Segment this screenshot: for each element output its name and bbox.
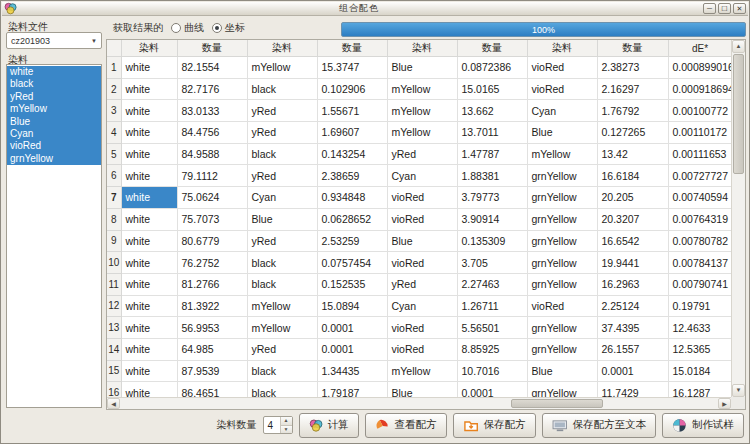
table-cell[interactable]: 0.102906 — [317, 78, 387, 100]
table-cell[interactable]: 86.4651 — [177, 382, 247, 397]
radio-coordinate[interactable] — [212, 23, 222, 33]
scroll-down-icon[interactable]: ▼ — [732, 384, 745, 397]
table-cell[interactable]: 56.9953 — [177, 317, 247, 339]
list-item-dye[interactable]: grnYellow — [7, 153, 101, 165]
table-cell[interactable]: Cyan — [247, 187, 317, 209]
table-cell[interactable]: 80.6779 — [177, 230, 247, 252]
table-cell[interactable]: white — [121, 187, 177, 209]
table-cell[interactable]: mYellow — [247, 57, 317, 79]
column-header[interactable]: 数量 — [457, 40, 527, 57]
table-cell[interactable]: 0.00764319 — [668, 208, 731, 230]
list-item-dye[interactable]: Cyan — [7, 128, 101, 140]
title-bar[interactable]: 组合配色 ─ ☐ ✕ — [2, 2, 748, 16]
column-header[interactable]: 染料 — [247, 40, 317, 57]
horizontal-scroll-thumb[interactable] — [511, 399, 603, 408]
table-cell[interactable]: 1.76792 — [597, 100, 668, 122]
table-cell[interactable]: 87.9539 — [177, 360, 247, 382]
table-cell[interactable]: 1.88381 — [457, 165, 527, 187]
save-recipe-to-text-button[interactable]: 保存配方至文本 — [542, 413, 657, 438]
table-cell[interactable]: black — [247, 143, 317, 165]
table-cell[interactable]: 1.55671 — [317, 100, 387, 122]
table-cell[interactable]: 83.0133 — [177, 100, 247, 122]
table-cell[interactable]: 3.90914 — [457, 208, 527, 230]
table-cell[interactable]: grnYellow — [527, 187, 597, 209]
table-cell[interactable]: 0.00111653 — [668, 143, 731, 165]
scroll-left-icon[interactable]: ◀ — [107, 398, 120, 409]
table-cell[interactable]: 16.6542 — [597, 230, 668, 252]
table-cell[interactable]: grnYellow — [527, 208, 597, 230]
row-number-cell[interactable]: 15 — [107, 360, 121, 382]
table-cell[interactable]: 3.705 — [457, 252, 527, 274]
column-header[interactable]: 染料 — [527, 40, 597, 57]
table-cell[interactable]: white — [121, 230, 177, 252]
table-cell[interactable]: 0.143254 — [317, 143, 387, 165]
maximize-button[interactable]: ☐ — [718, 3, 731, 14]
table-cell[interactable]: white — [121, 100, 177, 122]
table-cell[interactable]: 1.26711 — [457, 295, 527, 317]
table-cell[interactable]: 16.6184 — [597, 165, 668, 187]
table-cell[interactable]: 12.5365 — [668, 338, 731, 360]
row-number-cell[interactable]: 12 — [107, 295, 121, 317]
table-cell[interactable]: 2.25124 — [597, 295, 668, 317]
table-cell[interactable]: mYellow — [527, 143, 597, 165]
spinner-down-icon[interactable]: ▼ — [281, 426, 292, 434]
table-cell[interactable]: 26.1557 — [597, 338, 668, 360]
radio-coordinate-label[interactable]: 坐标 — [225, 21, 245, 35]
table-cell[interactable]: vioRed — [387, 252, 457, 274]
table-cell[interactable]: 11.7429 — [597, 382, 668, 397]
table-cell[interactable]: 81.2766 — [177, 273, 247, 295]
table-cell[interactable]: yRed — [247, 338, 317, 360]
table-cell[interactable]: 0.000918694 — [668, 78, 731, 100]
spinner-up-icon[interactable]: ▲ — [281, 417, 292, 426]
table-cell[interactable]: 5.56501 — [457, 317, 527, 339]
column-header[interactable]: 数量 — [177, 40, 247, 57]
table-cell[interactable]: 64.985 — [177, 338, 247, 360]
table-cell[interactable]: Blue — [387, 230, 457, 252]
table-cell[interactable]: 0.00784137 — [668, 252, 731, 274]
row-number-cell[interactable]: 1 — [107, 57, 121, 79]
table-cell[interactable]: vioRed — [527, 57, 597, 79]
table-cell[interactable]: white — [121, 382, 177, 397]
table-cell[interactable]: grnYellow — [527, 338, 597, 360]
table-cell[interactable]: yRed — [247, 165, 317, 187]
table-cell[interactable]: Blue — [387, 57, 457, 79]
table-cell[interactable]: vioRed — [387, 208, 457, 230]
radio-curve-label[interactable]: 曲线 — [184, 21, 204, 35]
table-cell[interactable]: Blue — [527, 122, 597, 144]
table-cell[interactable]: grnYellow — [527, 317, 597, 339]
table-cell[interactable]: grnYellow — [527, 382, 597, 397]
table-cell[interactable]: mYellow — [387, 100, 457, 122]
table-cell[interactable]: Cyan — [527, 100, 597, 122]
table-cell[interactable]: grnYellow — [527, 273, 597, 295]
table-cell[interactable]: 0.934848 — [317, 187, 387, 209]
table-cell[interactable]: 20.3207 — [597, 208, 668, 230]
table-cell[interactable]: 2.38659 — [317, 165, 387, 187]
scroll-up-icon[interactable]: ▲ — [732, 40, 745, 53]
table-cell[interactable]: grnYellow — [527, 165, 597, 187]
table-cell[interactable]: vioRed — [387, 338, 457, 360]
scroll-right-icon[interactable]: ▶ — [718, 398, 731, 409]
column-header[interactable]: 数量 — [317, 40, 387, 57]
table-cell[interactable]: yRed — [387, 273, 457, 295]
table-cell[interactable]: mYellow — [247, 317, 317, 339]
table-cell[interactable]: vioRed — [527, 295, 597, 317]
table-cell[interactable]: Blue — [387, 382, 457, 397]
table-cell[interactable]: 0.127265 — [597, 122, 668, 144]
table-cell[interactable]: white — [121, 317, 177, 339]
table-cell[interactable]: 2.27463 — [457, 273, 527, 295]
table-cell[interactable]: 0.000899016 — [668, 57, 731, 79]
row-number-cell[interactable]: 5 — [107, 143, 121, 165]
table-cell[interactable]: 16.1287 — [668, 382, 731, 397]
table-cell[interactable]: white — [121, 273, 177, 295]
table-cell[interactable]: white — [121, 295, 177, 317]
table-cell[interactable]: 79.1112 — [177, 165, 247, 187]
row-number-cell[interactable]: 8 — [107, 208, 121, 230]
table-cell[interactable]: white — [121, 165, 177, 187]
table-cell[interactable]: 0.0001 — [457, 382, 527, 397]
table-cell[interactable]: 82.7176 — [177, 78, 247, 100]
table-cell[interactable]: white — [121, 122, 177, 144]
table-cell[interactable]: 0.0757454 — [317, 252, 387, 274]
list-item-dye[interactable]: yRed — [7, 91, 101, 103]
table-cell[interactable]: vioRed — [387, 187, 457, 209]
table-cell[interactable]: white — [121, 208, 177, 230]
